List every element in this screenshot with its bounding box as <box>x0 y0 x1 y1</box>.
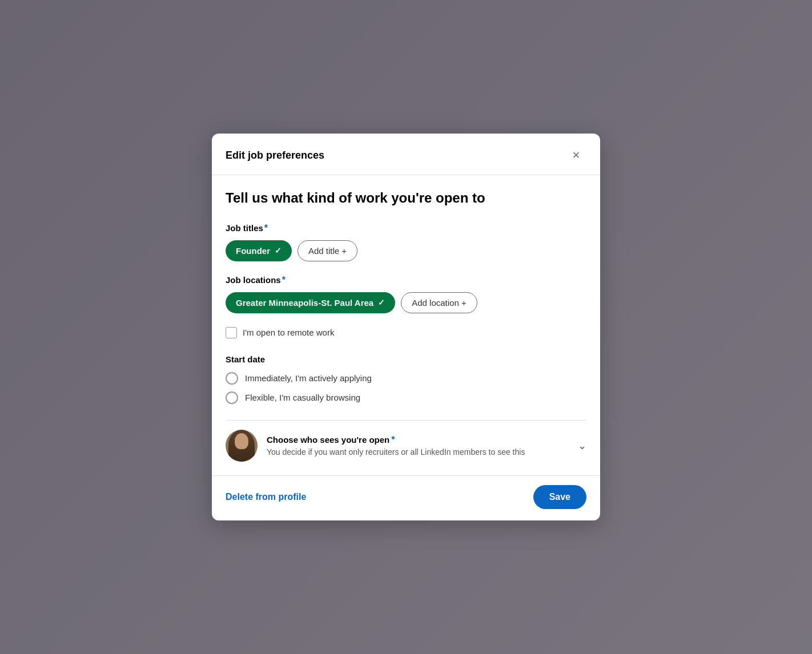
radio-immediately-row: Immediately, I'm actively applying <box>226 372 586 385</box>
chevron-down-icon: ⌄ <box>578 439 586 452</box>
start-date-section: Start date Immediately, I'm actively app… <box>226 354 586 404</box>
minneapolis-tag-label: Greater Minneapolis-St. Paul Area <box>236 298 373 308</box>
radio-flexible-row: Flexible, I'm casually browsing <box>226 391 586 404</box>
radio-immediately-label: Immediately, I'm actively applying <box>245 373 372 383</box>
visibility-title: Choose who sees you're open* <box>267 435 569 445</box>
delete-from-profile-button[interactable]: Delete from profile <box>226 492 306 502</box>
job-titles-label: Job titles* <box>226 223 586 233</box>
modal-header: Edit job preferences × <box>212 134 600 175</box>
job-titles-text: Job titles <box>226 223 263 233</box>
founder-tag-label: Founder <box>236 246 270 256</box>
minneapolis-tag[interactable]: Greater Minneapolis-St. Paul Area ✓ <box>226 292 395 313</box>
start-date-label: Start date <box>226 354 586 364</box>
remote-work-label: I'm open to remote work <box>243 328 334 337</box>
visibility-description: You decide if you want only recruiters o… <box>267 447 569 457</box>
modal-title: Edit job preferences <box>226 150 324 162</box>
avatar <box>226 430 258 462</box>
section-heading: Tell us what kind of work you're open to <box>226 189 586 207</box>
modal-body: Tell us what kind of work you're open to… <box>212 175 600 475</box>
remote-work-row: I'm open to remote work <box>226 327 586 338</box>
job-locations-row: Greater Minneapolis-St. Paul Area ✓ Add … <box>226 292 586 313</box>
save-button[interactable]: Save <box>533 485 586 509</box>
job-locations-required: * <box>282 275 286 285</box>
radio-immediately[interactable] <box>226 372 238 385</box>
job-titles-row: Founder ✓ Add title + <box>226 240 586 261</box>
location-checkmark-icon: ✓ <box>378 298 385 307</box>
modal-footer: Delete from profile Save <box>212 475 600 520</box>
remote-work-checkbox[interactable] <box>226 327 237 338</box>
visibility-title-text: Choose who sees you're open <box>267 435 389 445</box>
add-title-button[interactable]: Add title + <box>298 240 357 261</box>
edit-job-preferences-modal: Edit job preferences × Tell us what kind… <box>212 134 600 520</box>
radio-flexible-label: Flexible, I'm casually browsing <box>245 393 360 402</box>
checkmark-icon: ✓ <box>275 246 282 255</box>
add-location-button[interactable]: Add location + <box>401 292 477 313</box>
founder-tag[interactable]: Founder ✓ <box>226 240 292 261</box>
visibility-required: * <box>391 435 395 445</box>
job-titles-required: * <box>264 223 268 233</box>
job-locations-label: Job locations* <box>226 275 586 285</box>
close-button[interactable]: × <box>566 145 586 165</box>
visibility-content: Choose who sees you're open* You decide … <box>267 435 569 457</box>
job-locations-text: Job locations <box>226 275 281 285</box>
radio-flexible[interactable] <box>226 391 238 404</box>
visibility-section[interactable]: Choose who sees you're open* You decide … <box>226 420 586 466</box>
